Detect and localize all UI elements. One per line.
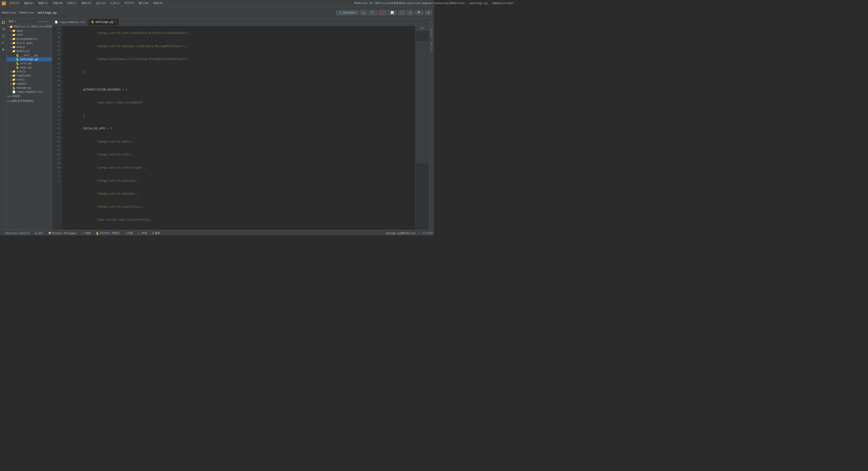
sidebar-item-apps[interactable]: ▶ 📁 apps <box>7 29 52 33</box>
sidebar-item-xadmin[interactable]: ▶ 📁 xadmin <box>7 82 52 86</box>
services-tab[interactable]: ⚙ 服务 <box>150 231 162 235</box>
git-icon[interactable] <box>0 40 6 46</box>
settings-gear-button[interactable]: ⚙ <box>425 10 432 15</box>
svn-tab[interactable]: SV/SVN <box>429 40 434 53</box>
python-packages-tab[interactable]: 📦 Python Packages <box>46 231 79 235</box>
tabs-bar: 📄 requirements.txt 🐍 settings.py ✕ ⋯ <box>52 19 434 26</box>
search-button[interactable]: 🔍 <box>415 10 423 15</box>
sidebar-item-wsgi[interactable]: ▶ 🐍 wsgi.py <box>7 65 52 69</box>
menu-edit[interactable]: 编辑(E) <box>22 1 36 6</box>
menu-refactor[interactable]: 重构(R) <box>80 1 94 6</box>
terminal-tab[interactable]: >_ 终端 <box>135 231 149 235</box>
sidebar-item-external-libs[interactable]: ▶ ⊞ 外部库 <box>7 94 52 99</box>
bottom-right-area: manage.py@MxOnline ↑↓ 文件传输 <box>386 231 433 235</box>
collapse-all-button[interactable]: ⊟ <box>41 20 42 23</box>
menu-view[interactable]: 视图(V) <box>36 1 51 6</box>
svg-text:Mx: Mx <box>2 2 5 5</box>
run-button[interactable]: ▶ <box>360 10 367 15</box>
locate-file-button[interactable]: ⊙ <box>38 20 40 23</box>
line-numbers: 37 38 39 40 41 42 43 44 45 46 47 48 49 5… <box>52 26 62 230</box>
tabs-overflow-button[interactable]: ⋯ <box>429 20 434 24</box>
toolbar-right: 👤 MxOnline ▾ ▶ 🔨 🐞 📊 ⋯ A 🔍 ⚙ <box>336 10 432 15</box>
menu-vcs[interactable]: VCS(S) <box>123 1 136 6</box>
build-button[interactable]: 🔨 <box>369 10 377 15</box>
menu-window[interactable]: 窗口(W) <box>137 1 151 6</box>
editor-content: 37 38 39 40 41 42 43 44 45 46 47 48 49 5… <box>52 26 434 230</box>
sidebar-item-templates[interactable]: ▶ 📁 templates <box>7 73 52 78</box>
coverage-button[interactable]: 📊 <box>388 10 397 15</box>
code-line-46: 'django.contrib.admin', <box>64 135 414 148</box>
tree-root[interactable]: ▾ 📁 MxOnline D:\软件\Linux常用安装包\resources-… <box>7 24 52 29</box>
tab-requirements[interactable]: 📄 requirements.txt <box>52 19 88 26</box>
version-control-icon: ⑃ <box>3 232 5 235</box>
code-editor[interactable]: 'django.contrib.auth.middleware.Authenti… <box>62 26 415 230</box>
run-tab[interactable]: ▶ 运行 <box>33 231 45 235</box>
settings-button[interactable]: ⚙ <box>46 20 48 23</box>
sidebar-item-conf[interactable]: ▶ 📁 conf <box>7 33 52 37</box>
right-vertical-tabs: ChatGPT SV/SVN <box>429 26 434 230</box>
python-packages-icon: 📦 <box>48 232 52 235</box>
sidebar-item-temp-console[interactable]: ▶ ⊞ 临时文件和控制台 <box>7 99 52 104</box>
translate-button[interactable]: A <box>407 10 414 15</box>
chatgpt-tab[interactable]: ChatGPT <box>429 26 434 40</box>
tab-settings[interactable]: 🐍 settings.py ✕ <box>88 19 119 26</box>
menu-file[interactable]: 文件(F) <box>8 1 22 6</box>
svg-rect-2 <box>2 21 3 22</box>
sidebar-item-media[interactable]: ▶ 📁 media <box>7 45 52 49</box>
version-control-tab[interactable]: ⑃ Version Control <box>1 231 32 235</box>
code-line-40: ] <box>64 66 414 79</box>
breadcrumb-root[interactable]: MxOnline <box>2 11 16 14</box>
sidebar-item-init[interactable]: ▶ 🐍 __init__.py <box>7 53 52 57</box>
services-icon: ⚙ <box>152 232 154 235</box>
fold-icon-42[interactable]: ▾ <box>80 88 83 92</box>
menu-bar[interactable]: 文件(F) 编辑(E) 视图(V) 导航(N) 代码(C) 重构(R) 运行(U… <box>8 1 165 6</box>
project-icon[interactable] <box>0 20 6 25</box>
sidebar-item-extra-apps[interactable]: ▶ 📁 extra_apps <box>7 41 52 45</box>
git-branch-label: manage.py@MxOnline <box>386 232 415 235</box>
expand-all-button[interactable]: ⊞ <box>43 20 45 23</box>
sidebar-item-mxonline[interactable]: ▾ 📁 MxOnline <box>7 49 52 53</box>
bookmarks-icon[interactable] <box>0 33 6 39</box>
todo-tab[interactable]: ☑ TODO <box>80 231 93 235</box>
svg-rect-5 <box>4 23 5 24</box>
breadcrumb-mid[interactable]: MxOnline <box>20 11 34 14</box>
menu-tools[interactable]: 工具(L) <box>108 1 123 6</box>
code-line-45: ▾INSTALLED_APPS = [ <box>64 122 414 135</box>
profile-button[interactable]: 👤 MxOnline ▾ <box>336 10 359 15</box>
sidebar-item-tools[interactable]: ▶ 📁 tools <box>7 78 52 82</box>
hide-panel-button[interactable]: — <box>49 20 50 23</box>
more-button[interactable]: ⋯ <box>398 10 405 15</box>
run-configs-icon[interactable] <box>0 47 6 53</box>
sidebar-item-manage[interactable]: ▶ 🐍 manage.py <box>7 86 52 90</box>
sidebar-title: 项目 ▾ <box>8 20 17 23</box>
file-transfer-tab[interactable]: ↑↓ 文件传输 <box>417 231 433 235</box>
project-dropdown[interactable]: 项目 <box>8 20 14 23</box>
breadcrumb-current[interactable]: settings.py <box>37 11 57 14</box>
editor-container: 📄 requirements.txt 🐍 settings.py ✕ ⋯ 37 … <box>52 19 434 230</box>
menu-help[interactable]: 帮助(H) <box>151 1 165 6</box>
sidebar-item-settings[interactable]: ▶ 🐍 settings.py <box>7 57 52 61</box>
tab-close-button[interactable]: ✕ <box>115 20 116 23</box>
structure-icon[interactable] <box>0 26 6 32</box>
settings-file-icon: 🐍 <box>91 20 94 23</box>
debug-button[interactable]: 🐞 <box>378 10 387 15</box>
code-line-41 <box>64 79 414 83</box>
sidebar-item-urls[interactable]: ▶ 🐍 urls.py <box>7 61 52 65</box>
window-title: MxOnline [D:\软件\Linux常用安装包\resources-mas… <box>354 1 434 5</box>
svg-marker-13 <box>2 48 5 51</box>
run-icon: ▶ <box>35 232 37 235</box>
menu-run[interactable]: 运行(U) <box>94 1 108 6</box>
code-line-37: 'django.contrib.auth.middleware.Authenti… <box>64 27 414 40</box>
menu-code[interactable]: 代码(C) <box>65 1 79 6</box>
python-console-tab[interactable]: 🐍 Python 控制台 <box>94 231 122 235</box>
svg-point-10 <box>2 41 3 42</box>
sidebar-item-djangoueditor[interactable]: ▶ 📁 DjangoUeditor <box>7 37 52 41</box>
sidebar-item-requirements[interactable]: ▶ 📄 requirements.txt <box>7 90 52 94</box>
warning-indicator[interactable]: ⚠ 2 ▾ <box>416 26 429 31</box>
menu-navigate[interactable]: 导航(N) <box>51 1 65 6</box>
code-line-51: 'django.contrib.staticfiles', <box>64 200 414 213</box>
sidebar-item-static[interactable]: ▶ 📁 static <box>7 69 52 73</box>
dropdown-arrow-icon[interactable]: ▾ <box>15 20 17 23</box>
problems-tab[interactable]: ⚠ 问题 <box>123 231 135 235</box>
fold-icon-45[interactable]: ▾ <box>80 127 83 130</box>
